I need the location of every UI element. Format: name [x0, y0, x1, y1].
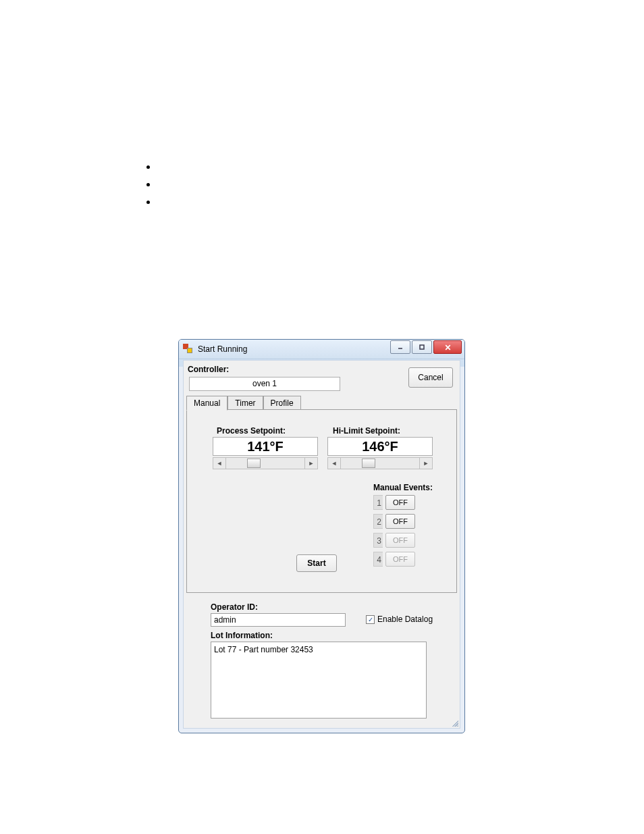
lot-info-textarea[interactable]: Lot 77 - Part number 32453	[211, 642, 427, 719]
tab-timer[interactable]: Timer	[227, 396, 263, 410]
maximize-icon	[419, 344, 425, 350]
event-number: 4	[373, 552, 383, 567]
manual-events-label: Manual Events:	[373, 483, 433, 492]
enable-datalog-label: Enable Datalog	[377, 615, 433, 624]
start-button[interactable]: Start	[296, 554, 337, 572]
event-row-2: 2 OFF	[373, 513, 415, 529]
window-buttons	[390, 340, 462, 354]
controller-label: Controller:	[188, 365, 229, 374]
maximize-button[interactable]	[412, 340, 432, 354]
process-setpoint-scrollbar[interactable]: ◄ ►	[213, 457, 318, 469]
process-setpoint-label: Process Setpoint:	[217, 426, 286, 436]
event-row-4: 4 OFF	[373, 551, 415, 567]
close-icon	[444, 344, 452, 351]
event-1-toggle[interactable]: OFF	[385, 495, 415, 510]
minimize-button[interactable]	[390, 340, 410, 354]
chevron-left-icon[interactable]: ◄	[213, 458, 226, 469]
controller-field[interactable]: oven 1	[189, 377, 340, 391]
event-row-3: 3 OFF	[373, 532, 415, 548]
chevron-left-icon[interactable]: ◄	[328, 458, 341, 469]
enable-datalog-checkbox[interactable]: ✓ Enable Datalog	[366, 615, 433, 624]
operator-id-input[interactable]: admin	[211, 613, 346, 627]
client-area: Controller: oven 1 Cancel Manual Timer P…	[183, 360, 460, 729]
tab-strip: Manual Timer Profile	[186, 396, 301, 410]
cancel-button[interactable]: Cancel	[408, 367, 453, 388]
hilimit-setpoint-value[interactable]: 146°F	[327, 437, 433, 456]
chevron-right-icon[interactable]: ►	[419, 458, 432, 469]
event-number: 3	[373, 533, 383, 548]
svg-rect-1	[420, 345, 424, 349]
bullet-list	[145, 158, 157, 211]
window-title: Start Running	[198, 344, 247, 354]
event-3-toggle[interactable]: OFF	[385, 533, 415, 548]
event-number: 1	[373, 495, 383, 510]
titlebar[interactable]: Start Running	[179, 340, 464, 359]
manual-events: 1 OFF 2 OFF 3 OFF 4 OFF	[373, 494, 415, 570]
event-row-1: 1 OFF	[373, 494, 415, 511]
chevron-right-icon[interactable]: ►	[304, 458, 317, 469]
scrollbar-thumb[interactable]	[247, 459, 261, 468]
scrollbar-thumb[interactable]	[362, 459, 375, 468]
hilimit-setpoint-label: Hi-Limit Setpoint:	[333, 426, 400, 436]
tab-profile[interactable]: Profile	[263, 396, 301, 410]
event-2-toggle[interactable]: OFF	[385, 514, 415, 529]
process-setpoint-value[interactable]: 141°F	[213, 437, 318, 456]
lot-info-label: Lot Information:	[211, 631, 273, 640]
resize-grip-icon[interactable]	[450, 719, 458, 727]
start-running-dialog: Start Running Controller: oven 1 Cancel …	[178, 339, 465, 733]
event-number: 2	[373, 514, 383, 529]
checkbox-icon: ✓	[366, 615, 375, 624]
hilimit-setpoint-scrollbar[interactable]: ◄ ►	[327, 457, 433, 469]
tab-panel-manual: Process Setpoint: 141°F ◄ ► Hi-Limit Set…	[186, 409, 457, 593]
event-4-toggle[interactable]: OFF	[385, 552, 415, 567]
app-icon	[183, 344, 194, 355]
tab-manual[interactable]: Manual	[186, 396, 227, 411]
minimize-icon	[397, 344, 404, 350]
operator-id-label: Operator ID:	[211, 602, 258, 612]
close-button[interactable]	[433, 340, 462, 354]
